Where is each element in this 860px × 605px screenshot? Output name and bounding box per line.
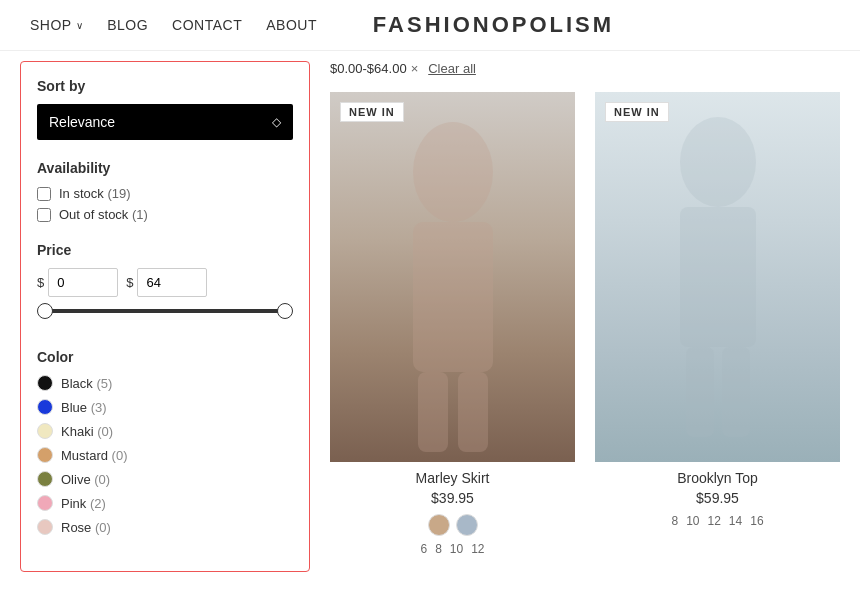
svg-rect-7 [722, 347, 750, 437]
color-black[interactable]: Black (5) [37, 375, 293, 391]
marley-price: $39.95 [330, 490, 575, 506]
color-blue[interactable]: Blue (3) [37, 399, 293, 415]
color-rose[interactable]: Rose (0) [37, 519, 293, 535]
marley-swatches [330, 514, 575, 536]
price-section: Price $ $ [37, 242, 293, 329]
active-filter-label: $0.00-$64.00 [330, 61, 407, 76]
filter-bar: $0.00-$64.00 × Clear all [330, 61, 840, 76]
marley-image-wrap: NEW IN [330, 92, 575, 462]
out-of-stock-label: Out of stock (1) [59, 207, 148, 222]
marley-swatch-2[interactable] [456, 514, 478, 536]
marley-sizes: 6 8 10 12 [330, 542, 575, 556]
color-olive[interactable]: Olive (0) [37, 471, 293, 487]
main-layout: Sort by Relevance Price: Low to High Pri… [0, 51, 860, 582]
svg-rect-3 [458, 372, 488, 452]
nav-contact[interactable]: CONTACT [172, 17, 242, 33]
sort-title: Sort by [37, 78, 293, 94]
size-12[interactable]: 12 [707, 514, 720, 528]
svg-rect-2 [418, 372, 448, 452]
in-stock-checkbox[interactable] [37, 187, 51, 201]
sort-select-wrapper: Relevance Price: Low to High Price: High… [37, 104, 293, 140]
color-mustard-label: Mustard (0) [61, 448, 127, 463]
color-section: Color Black (5) Blue (3) Khaki (0) Musta… [37, 349, 293, 535]
brooklyn-price: $59.95 [595, 490, 840, 506]
size-8[interactable]: 8 [671, 514, 678, 528]
header: SHOP ∨ BLOG CONTACT ABOUT FASHIONOPOLISM [0, 0, 860, 51]
nav-shop-label: SHOP [30, 17, 72, 33]
nav-blog[interactable]: BLOG [107, 17, 148, 33]
color-title: Color [37, 349, 293, 365]
color-khaki[interactable]: Khaki (0) [37, 423, 293, 439]
sort-select[interactable]: Relevance Price: Low to High Price: High… [37, 104, 293, 140]
size-10[interactable]: 10 [686, 514, 699, 528]
clear-all-button[interactable]: Clear all [428, 61, 476, 76]
svg-rect-5 [680, 207, 756, 347]
marley-swatch-1[interactable] [428, 514, 450, 536]
marley-badge: NEW IN [340, 102, 404, 122]
product-card-marley: NEW IN Marley Skirt $39.95 6 8 10 12 [330, 92, 575, 556]
size-6[interactable]: 6 [420, 542, 427, 556]
svg-point-4 [680, 117, 756, 207]
brand-logo: FASHIONOPOLISM [373, 12, 614, 38]
size-16[interactable]: 16 [750, 514, 763, 528]
color-dot-mustard [37, 447, 53, 463]
price-currency-min: $ [37, 275, 44, 290]
brooklyn-image-wrap: NEW IN [595, 92, 840, 462]
price-min-input[interactable] [48, 268, 118, 297]
color-dot-black [37, 375, 53, 391]
price-min-group: $ [37, 268, 118, 297]
main-nav: SHOP ∨ BLOG CONTACT ABOUT [30, 17, 317, 33]
price-currency-max: $ [126, 275, 133, 290]
shop-chevron-icon: ∨ [76, 20, 84, 31]
marley-figure-svg [330, 92, 575, 462]
marley-product-image[interactable] [330, 92, 575, 462]
svg-point-0 [413, 122, 493, 222]
color-dot-olive [37, 471, 53, 487]
nav-about[interactable]: ABOUT [266, 17, 317, 33]
color-olive-label: Olive (0) [61, 472, 110, 487]
color-dot-pink [37, 495, 53, 511]
brooklyn-name: Brooklyn Top [595, 470, 840, 486]
size-10[interactable]: 10 [450, 542, 463, 556]
in-stock-filter[interactable]: In stock (19) [37, 186, 293, 201]
brooklyn-sizes: 8 10 12 14 16 [595, 514, 840, 528]
color-blue-label: Blue (3) [61, 400, 107, 415]
svg-rect-1 [413, 222, 493, 372]
price-slider-fill [41, 309, 289, 313]
sidebar: Sort by Relevance Price: Low to High Pri… [20, 61, 310, 572]
availability-section: Availability In stock (19) Out of stock … [37, 160, 293, 222]
svg-rect-6 [686, 347, 714, 437]
color-khaki-label: Khaki (0) [61, 424, 113, 439]
sort-section: Sort by Relevance Price: Low to High Pri… [37, 78, 293, 140]
price-title: Price [37, 242, 293, 258]
active-filter-tag: $0.00-$64.00 × [330, 61, 418, 76]
price-inputs: $ $ [37, 268, 293, 297]
size-12[interactable]: 12 [471, 542, 484, 556]
product-card-brooklyn: NEW IN Brooklyn Top $59.95 8 10 12 14 16 [595, 92, 840, 556]
marley-name: Marley Skirt [330, 470, 575, 486]
remove-filter-button[interactable]: × [411, 61, 419, 76]
out-of-stock-filter[interactable]: Out of stock (1) [37, 207, 293, 222]
price-max-input[interactable] [137, 268, 207, 297]
brooklyn-product-image[interactable] [595, 92, 840, 462]
products-area: $0.00-$64.00 × Clear all [330, 61, 840, 572]
color-mustard[interactable]: Mustard (0) [37, 447, 293, 463]
color-black-label: Black (5) [61, 376, 112, 391]
brooklyn-figure-svg [595, 92, 840, 462]
size-8[interactable]: 8 [435, 542, 442, 556]
out-of-stock-checkbox[interactable] [37, 208, 51, 222]
color-rose-label: Rose (0) [61, 520, 111, 535]
nav-shop[interactable]: SHOP ∨ [30, 17, 83, 33]
color-pink-label: Pink (2) [61, 496, 106, 511]
availability-title: Availability [37, 160, 293, 176]
size-14[interactable]: 14 [729, 514, 742, 528]
product-grid: NEW IN Marley Skirt $39.95 6 8 10 12 [330, 92, 840, 556]
color-dot-rose [37, 519, 53, 535]
price-slider-track [41, 309, 289, 313]
color-dot-khaki [37, 423, 53, 439]
price-slider-wrapper [37, 309, 293, 329]
color-pink[interactable]: Pink (2) [37, 495, 293, 511]
color-dot-blue [37, 399, 53, 415]
in-stock-label: In stock (19) [59, 186, 131, 201]
brooklyn-badge: NEW IN [605, 102, 669, 122]
